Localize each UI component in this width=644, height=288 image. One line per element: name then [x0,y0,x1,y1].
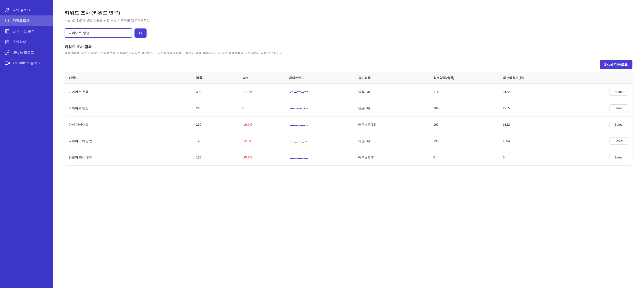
cell-competition: 낮음(23) [354,84,430,100]
cell-competition: 낮음(26) [354,133,430,149]
search-intent-icon [5,29,10,34]
select-button[interactable]: Select [610,121,628,128]
result-desc: 검색 볼륨의 경우 구글 광고 계획을 위해 사용되는 제공되는 값으로 지난 … [64,51,632,55]
cell-trend [285,117,354,133]
trend-chart [289,154,308,161]
youtube-icon [5,61,10,66]
select-button[interactable]: Select [610,137,628,145]
col-header-yoy: YoY [238,72,285,84]
excel-row: Excel 다운로드 [64,60,632,69]
cell-competition: 매우낮음(15) [354,117,430,133]
cell-yoy: -35.7% [238,149,285,166]
search-button[interactable] [134,29,146,38]
svg-rect-9 [5,62,8,65]
table-header: 키워드 볼륨 YoY 검색트렌드 광고경쟁 최저입찰가(원) 최고입찰가(원) [65,72,632,84]
svg-marker-8 [8,62,10,64]
cell-volume: 210 [192,100,238,117]
select-button[interactable]: Select [610,104,628,112]
cell-select: Select [568,149,632,166]
sidebar-item-draft[interactable]: 초안작성 [0,37,53,47]
sidebar-item-label: URL to 블로그 [12,50,34,55]
results-table: 키워드 볼륨 YoY 검색트렌드 광고경쟁 최저입찰가(원) 최고입찰가(원) … [65,72,632,165]
cell-mincpc: 216 [430,84,499,100]
keyword-icon [5,18,10,23]
cell-keyword: 다이어트 하는 법 [65,133,192,149]
cell-volume: 170 [192,149,238,166]
results-table-container: 키워드 볼륨 YoY 검색트렌드 광고경쟁 최저입찰가(원) 최고입찰가(원) … [64,72,632,166]
cell-select: Select [568,133,632,149]
trend-chart [289,137,308,145]
cell-maxcpc: 2775 [499,100,568,117]
cell-yoy: -17.9% [238,84,285,100]
table-row: 다이어트 운동 390 -17.9% 낮음(23) 216 3122 Selec… [65,84,632,100]
select-button[interactable]: Select [610,88,628,96]
sidebar-item-urltoblog[interactable]: URL to 블로그 [0,47,53,58]
cell-mincpc: 289 [430,100,499,117]
col-header-trend: 검색트렌드 [285,72,354,84]
cell-volume: 390 [192,84,238,100]
cell-mincpc: 0 [430,149,499,166]
cell-maxcpc: 1122 [499,117,568,133]
trend-chart [289,121,308,128]
cell-keyword: 다이어트 방법 [65,100,192,117]
cell-trend [285,100,354,117]
table-row: 다이어트 하는 법 170 -35.3% 낮음(26) 199 1204 Sel… [65,133,632,149]
sidebar: 나의 블로그 키워드조사 검색 의도 분석 초안작성 [0,0,53,288]
sidebar-item-youtubetoblog[interactable]: YouTube to 블로그 [0,58,53,69]
page-title: 키워드 조사 (키워드 연구) [64,10,632,16]
cell-competition: 매우낮음(3) [354,149,430,166]
col-header-mincpc: 최저입찰가(원) [430,72,499,84]
cell-competition: 낮음(36) [354,100,430,117]
trend-chart [289,105,308,112]
result-label: 키워드 조사 결과 [64,45,632,49]
sidebar-item-label: 키워드조사 [12,19,30,23]
sidebar-item-label: YouTube to 블로그 [12,61,40,65]
cell-trend [285,84,354,100]
col-header-competition: 광고경쟁 [354,72,430,84]
cell-volume: 170 [192,133,238,149]
svg-line-2 [8,22,9,23]
cell-yoy: -35.3% [238,133,285,149]
sidebar-item-intent[interactable]: 검색 의도 분석 [0,26,53,37]
cell-yoy: 0 [238,100,285,117]
sidebar-item-label: 초안작성 [12,40,26,44]
cell-trend [285,133,354,149]
svg-rect-3 [6,30,9,33]
search-row [64,28,632,38]
cell-keyword: 간헐적 단식 후기 [65,149,192,166]
col-header-maxcpc: 최고입찰가(원) [499,72,568,84]
trend-chart [289,88,308,96]
cell-maxcpc: 3122 [499,84,568,100]
sidebar-item-label: 나의 블로그 [12,8,30,12]
draft-icon [5,40,10,44]
cell-maxcpc: 0 [499,149,568,166]
cell-select: Select [568,84,632,100]
table-row: 간헐적 단식 후기 170 -35.7% 매우낮음(3) 0 0 Select [65,149,632,166]
table-body: 다이어트 운동 390 -17.9% 낮음(23) 216 3122 Selec… [65,84,632,166]
main-content: 키워드 조사 (키워드 연구) 구글 검색 결과 상단 노출을 위한 목표 키워… [53,0,644,288]
cell-select: Select [568,117,632,133]
cell-volume: 210 [192,117,238,133]
search-input[interactable] [64,28,132,38]
table-row: 다이어트 방법 210 0 낮음(36) 289 2775 Select [65,100,632,117]
cell-yoy: -19.0% [238,117,285,133]
sidebar-item-keyword[interactable]: 키워드조사 [0,16,53,26]
cell-trend [285,149,354,166]
table-row: 단식 다이어트 210 -19.0% 매우낮음(15) 197 1122 Sel… [65,117,632,133]
cell-keyword: 단식 다이어트 [65,117,192,133]
col-header-volume: 볼륨 [192,72,238,84]
cell-mincpc: 199 [430,133,499,149]
cell-select: Select [568,100,632,117]
svg-point-0 [6,9,8,10]
col-header-select [568,72,632,84]
url-icon [5,50,10,55]
sidebar-item-myblog[interactable]: 나의 블로그 [0,5,53,16]
page-subtitle: 구글 검색 결과 상단 노출을 위한 목표 키워드를 입력해보세요. [64,18,632,23]
cell-keyword: 다이어트 운동 [65,84,192,100]
search-icon [138,31,143,35]
cell-maxcpc: 1204 [499,133,568,149]
cell-mincpc: 197 [430,117,499,133]
select-button[interactable]: Select [610,154,628,161]
excel-download-button[interactable]: Excel 다운로드 [600,60,632,69]
col-header-keyword: 키워드 [65,72,192,84]
